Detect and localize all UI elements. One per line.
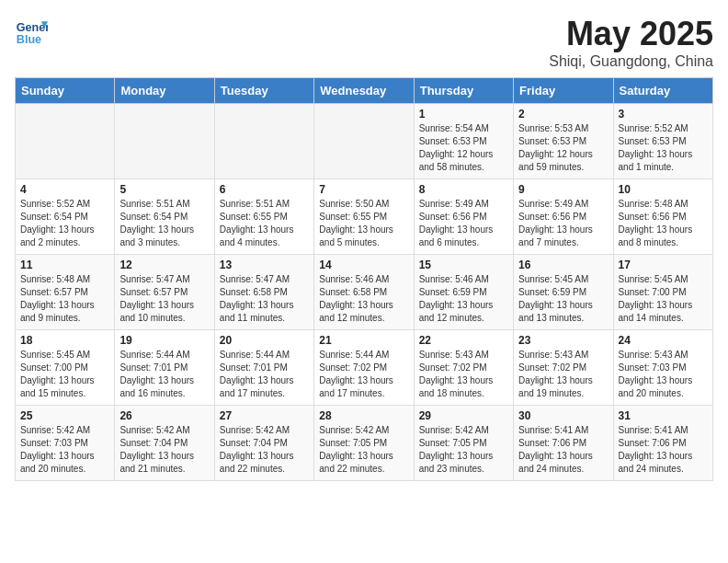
- day-info: Sunrise: 5:51 AM Sunset: 6:54 PM Dayligh…: [119, 198, 209, 249]
- calendar-cell: 11Sunrise: 5:48 AM Sunset: 6:57 PM Dayli…: [16, 255, 115, 330]
- logo-icon: General Blue: [15, 15, 48, 48]
- day-info: Sunrise: 5:41 AM Sunset: 7:06 PM Dayligh…: [518, 424, 608, 476]
- calendar-week-row: 4Sunrise: 5:52 AM Sunset: 6:54 PM Daylig…: [16, 179, 713, 255]
- calendar-cell: 18Sunrise: 5:45 AM Sunset: 7:00 PM Dayli…: [16, 330, 115, 406]
- calendar-cell: 13Sunrise: 5:47 AM Sunset: 6:58 PM Dayli…: [214, 255, 313, 330]
- weekday-header: Tuesday: [214, 78, 313, 104]
- page-header: General Blue May 2025 Shiqi, Guangdong, …: [15, 15, 713, 70]
- day-number: 8: [419, 183, 508, 196]
- day-info: Sunrise: 5:52 AM Sunset: 6:53 PM Dayligh…: [619, 122, 708, 174]
- day-number: 20: [220, 334, 309, 347]
- calendar-cell: 26Sunrise: 5:42 AM Sunset: 7:04 PM Dayli…: [115, 406, 214, 481]
- day-info: Sunrise: 5:45 AM Sunset: 7:00 PM Dayligh…: [20, 349, 109, 400]
- month-title: May 2025: [549, 15, 713, 53]
- calendar-cell: 30Sunrise: 5:41 AM Sunset: 7:06 PM Dayli…: [514, 406, 613, 481]
- calendar-cell: 12Sunrise: 5:47 AM Sunset: 6:57 PM Dayli…: [115, 255, 214, 330]
- calendar-header: SundayMondayTuesdayWednesdayThursdayFrid…: [16, 78, 713, 104]
- day-number: 16: [518, 259, 608, 271]
- calendar-cell: 31Sunrise: 5:41 AM Sunset: 7:06 PM Dayli…: [613, 406, 712, 481]
- day-info: Sunrise: 5:45 AM Sunset: 6:59 PM Dayligh…: [518, 273, 608, 325]
- calendar-cell: [115, 104, 214, 179]
- calendar-cell: 29Sunrise: 5:42 AM Sunset: 7:05 PM Dayli…: [414, 406, 513, 481]
- calendar-cell: 9Sunrise: 5:49 AM Sunset: 6:56 PM Daylig…: [514, 179, 613, 255]
- day-info: Sunrise: 5:42 AM Sunset: 7:05 PM Dayligh…: [319, 424, 408, 476]
- calendar-cell: [314, 104, 414, 179]
- day-info: Sunrise: 5:54 AM Sunset: 6:53 PM Dayligh…: [419, 122, 508, 174]
- day-info: Sunrise: 5:49 AM Sunset: 6:56 PM Dayligh…: [518, 198, 608, 249]
- day-info: Sunrise: 5:44 AM Sunset: 7:01 PM Dayligh…: [220, 349, 309, 400]
- calendar-cell: 7Sunrise: 5:50 AM Sunset: 6:55 PM Daylig…: [314, 179, 414, 255]
- day-info: Sunrise: 5:43 AM Sunset: 7:02 PM Dayligh…: [518, 349, 608, 400]
- calendar-cell: 25Sunrise: 5:42 AM Sunset: 7:03 PM Dayli…: [16, 406, 115, 481]
- calendar-cell: 17Sunrise: 5:45 AM Sunset: 7:00 PM Dayli…: [613, 255, 712, 330]
- day-info: Sunrise: 5:47 AM Sunset: 6:57 PM Dayligh…: [119, 273, 209, 325]
- svg-text:Blue: Blue: [17, 33, 41, 46]
- calendar-body: 1Sunrise: 5:54 AM Sunset: 6:53 PM Daylig…: [16, 104, 713, 481]
- day-number: 25: [20, 409, 109, 422]
- day-info: Sunrise: 5:52 AM Sunset: 6:54 PM Dayligh…: [20, 198, 109, 249]
- day-info: Sunrise: 5:50 AM Sunset: 6:55 PM Dayligh…: [319, 198, 408, 249]
- day-info: Sunrise: 5:45 AM Sunset: 7:00 PM Dayligh…: [619, 273, 708, 325]
- day-number: 26: [119, 409, 209, 422]
- day-number: 14: [319, 259, 408, 271]
- day-info: Sunrise: 5:48 AM Sunset: 6:56 PM Dayligh…: [619, 198, 708, 249]
- calendar-cell: 22Sunrise: 5:43 AM Sunset: 7:02 PM Dayli…: [414, 330, 513, 406]
- day-number: 19: [119, 334, 209, 347]
- calendar-cell: [214, 104, 313, 179]
- day-info: Sunrise: 5:41 AM Sunset: 7:06 PM Dayligh…: [619, 424, 708, 476]
- day-number: 18: [20, 334, 109, 347]
- day-info: Sunrise: 5:42 AM Sunset: 7:04 PM Dayligh…: [119, 424, 209, 476]
- day-number: 1: [419, 108, 508, 121]
- day-info: Sunrise: 5:44 AM Sunset: 7:02 PM Dayligh…: [319, 349, 408, 400]
- day-info: Sunrise: 5:44 AM Sunset: 7:01 PM Dayligh…: [119, 349, 209, 400]
- calendar-week-row: 18Sunrise: 5:45 AM Sunset: 7:00 PM Dayli…: [16, 330, 713, 406]
- calendar-cell: 5Sunrise: 5:51 AM Sunset: 6:54 PM Daylig…: [115, 179, 214, 255]
- day-info: Sunrise: 5:47 AM Sunset: 6:58 PM Dayligh…: [220, 273, 309, 325]
- day-number: 31: [619, 409, 708, 422]
- day-number: 23: [518, 334, 608, 347]
- day-number: 5: [119, 183, 209, 196]
- weekday-header: Monday: [115, 78, 214, 104]
- day-number: 28: [319, 409, 408, 422]
- calendar-cell: 20Sunrise: 5:44 AM Sunset: 7:01 PM Dayli…: [214, 330, 313, 406]
- calendar-cell: 8Sunrise: 5:49 AM Sunset: 6:56 PM Daylig…: [414, 179, 513, 255]
- calendar-cell: 14Sunrise: 5:46 AM Sunset: 6:58 PM Dayli…: [314, 255, 414, 330]
- day-info: Sunrise: 5:43 AM Sunset: 7:03 PM Dayligh…: [619, 349, 708, 400]
- day-number: 9: [518, 183, 608, 196]
- day-number: 30: [518, 409, 608, 422]
- day-number: 11: [20, 259, 109, 271]
- weekday-header: Saturday: [613, 78, 712, 104]
- day-number: 4: [20, 183, 109, 196]
- calendar-cell: 15Sunrise: 5:46 AM Sunset: 6:59 PM Dayli…: [414, 255, 513, 330]
- calendar-cell: 24Sunrise: 5:43 AM Sunset: 7:03 PM Dayli…: [613, 330, 712, 406]
- calendar-cell: 27Sunrise: 5:42 AM Sunset: 7:04 PM Dayli…: [214, 406, 313, 481]
- calendar-week-row: 25Sunrise: 5:42 AM Sunset: 7:03 PM Dayli…: [16, 406, 713, 481]
- day-info: Sunrise: 5:46 AM Sunset: 6:59 PM Dayligh…: [419, 273, 508, 325]
- day-info: Sunrise: 5:46 AM Sunset: 6:58 PM Dayligh…: [319, 273, 408, 325]
- day-number: 24: [619, 334, 708, 347]
- day-number: 2: [518, 108, 608, 121]
- calendar-table: SundayMondayTuesdayWednesdayThursdayFrid…: [15, 77, 713, 481]
- day-info: Sunrise: 5:42 AM Sunset: 7:05 PM Dayligh…: [419, 424, 508, 476]
- title-area: May 2025 Shiqi, Guangdong, China: [549, 15, 713, 70]
- day-number: 15: [419, 259, 508, 271]
- day-info: Sunrise: 5:42 AM Sunset: 7:04 PM Dayligh…: [220, 424, 309, 476]
- calendar-cell: 3Sunrise: 5:52 AM Sunset: 6:53 PM Daylig…: [613, 104, 712, 179]
- day-number: 13: [220, 259, 309, 271]
- day-number: 21: [319, 334, 408, 347]
- day-number: 6: [220, 183, 309, 196]
- logo: General Blue: [15, 15, 48, 48]
- calendar-cell: 28Sunrise: 5:42 AM Sunset: 7:05 PM Dayli…: [314, 406, 414, 481]
- day-number: 3: [619, 108, 708, 121]
- day-info: Sunrise: 5:43 AM Sunset: 7:02 PM Dayligh…: [419, 349, 508, 400]
- calendar-cell: [16, 104, 115, 179]
- calendar-cell: 6Sunrise: 5:51 AM Sunset: 6:55 PM Daylig…: [214, 179, 313, 255]
- day-number: 7: [319, 183, 408, 196]
- calendar-cell: 1Sunrise: 5:54 AM Sunset: 6:53 PM Daylig…: [414, 104, 513, 179]
- calendar-cell: 23Sunrise: 5:43 AM Sunset: 7:02 PM Dayli…: [514, 330, 613, 406]
- weekday-header: Wednesday: [314, 78, 414, 104]
- day-number: 29: [419, 409, 508, 422]
- day-number: 12: [119, 259, 209, 271]
- day-info: Sunrise: 5:49 AM Sunset: 6:56 PM Dayligh…: [419, 198, 508, 249]
- day-number: 17: [619, 259, 708, 271]
